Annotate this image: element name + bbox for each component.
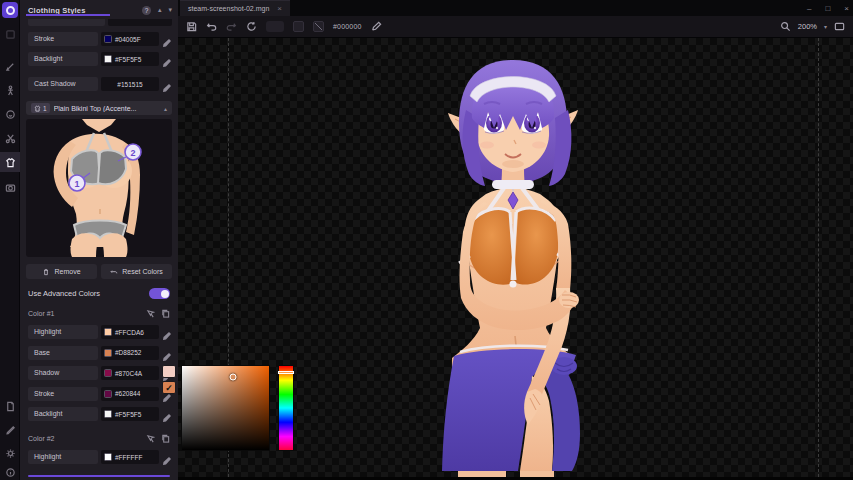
eyedropper-icon[interactable]: [162, 79, 172, 89]
zoom-level-value[interactable]: 200%: [798, 22, 817, 31]
trash-icon: [42, 268, 50, 276]
stroke-color-chip[interactable]: [313, 21, 324, 32]
canvas-toolbar: #000000 200% ▾: [178, 16, 853, 38]
color-well[interactable]: #04005F: [101, 32, 159, 46]
color-row-stroke: Stroke #04005F: [28, 32, 172, 46]
hex-value: #870C4A: [115, 370, 142, 377]
color-well[interactable]: #D88252: [101, 346, 159, 360]
color-well[interactable]: #FFCDA6: [101, 325, 159, 339]
app-logo[interactable]: [2, 2, 18, 18]
color-well[interactable]: #F5F5F5: [101, 52, 159, 66]
collapse-icon[interactable]: ▴: [164, 105, 167, 112]
color-well[interactable]: #620844: [101, 387, 159, 401]
color-row-highlight-1: Highlight #FFCDA6: [28, 325, 172, 339]
tab-filename: steam-screenshot-02.mgn: [188, 5, 269, 12]
color-well[interactable]: #870C4A: [101, 366, 159, 380]
artboard-guide-right: [818, 38, 819, 477]
eyedropper-icon[interactable]: [162, 327, 172, 337]
tab-close-icon[interactable]: ×: [277, 4, 282, 13]
eyedropper-icon[interactable]: [162, 348, 172, 358]
undo-icon[interactable]: [206, 21, 217, 32]
color-swatch[interactable]: [104, 390, 112, 398]
zoom-dropdown-caret[interactable]: ▾: [824, 23, 827, 30]
color-swatch[interactable]: [104, 410, 112, 418]
eyedropper-icon[interactable]: [162, 54, 172, 64]
file-icon[interactable]: [0, 396, 20, 416]
color-swatch[interactable]: [104, 35, 112, 43]
use-advanced-colors-label: Use Advanced Colors: [28, 289, 100, 298]
color-swatch[interactable]: [104, 349, 112, 357]
disabled-tool-button[interactable]: [266, 21, 284, 32]
hex-value: #04005F: [115, 36, 141, 43]
document-tab[interactable]: steam-screenshot-02.mgn ×: [180, 0, 290, 16]
help-icon[interactable]: ?: [142, 6, 151, 15]
fit-screen-icon[interactable]: [834, 21, 845, 32]
fill-color-chip[interactable]: [293, 21, 304, 32]
color-swatch[interactable]: [104, 369, 112, 377]
svg-text:2: 2: [130, 148, 135, 158]
toolbar-eyedropper-icon[interactable]: [371, 21, 382, 32]
window-close-button[interactable]: ×: [844, 4, 849, 13]
window-minimize-button[interactable]: –: [807, 4, 811, 13]
hex-value: #620844: [115, 390, 140, 397]
panel-menu-icon[interactable]: ▾: [168, 6, 172, 14]
eyedropper-icon[interactable]: [162, 34, 172, 44]
window-maximize-button[interactable]: □: [825, 4, 830, 13]
layers-icon[interactable]: [0, 24, 20, 44]
info-icon[interactable]: [0, 462, 20, 480]
check-icon: ✓: [165, 383, 173, 393]
color-well[interactable]: #FFFFFF: [101, 450, 159, 464]
brush-icon[interactable]: [0, 56, 20, 76]
panel-scrollbar[interactable]: [28, 475, 170, 477]
clothing-item-header[interactable]: 1 Plain Bikini Top (Accente... ▴: [26, 101, 172, 115]
zoom-magnifier-icon[interactable]: [780, 21, 791, 32]
background-hex-value[interactable]: #000000: [333, 23, 362, 30]
row-label: Backlight: [28, 52, 98, 66]
group-label: Color #1: [28, 310, 54, 317]
settings-gear-icon[interactable]: [0, 443, 20, 463]
save-icon[interactable]: [186, 21, 197, 32]
hue-slider[interactable]: [278, 365, 294, 451]
color-swatch[interactable]: [104, 55, 112, 63]
scrolled-row-fragment: [28, 19, 172, 26]
reset-colors-button[interactable]: Reset Colors: [101, 264, 172, 279]
reset-icon: [110, 268, 118, 276]
reset-label: Reset Colors: [122, 268, 162, 275]
color-swatch[interactable]: [104, 453, 112, 461]
group-label: Color #2: [28, 435, 54, 442]
link-colors-icon[interactable]: [146, 309, 155, 318]
redo-icon[interactable]: [226, 21, 237, 32]
clothing-preview-image: 1 2: [26, 119, 172, 257]
refresh-icon[interactable]: [246, 21, 257, 32]
advanced-colors-toggle[interactable]: [149, 288, 170, 299]
hue-cursor[interactable]: [278, 371, 294, 374]
item-title: Plain Bikini Top (Accente...: [54, 105, 160, 112]
row-label: Backlight: [28, 407, 98, 421]
row-label: Stroke: [28, 32, 98, 46]
collapse-all-icon[interactable]: ▴: [158, 6, 162, 14]
clothing-styles-panel: Clothing Styles ? ▴ ▾ Stroke #04005F Bac…: [20, 0, 178, 480]
color-row-stroke-1: Stroke #620844: [28, 387, 172, 401]
row-label: Base: [28, 346, 98, 360]
link-colors-icon[interactable]: [146, 434, 155, 443]
sv-cursor[interactable]: [230, 373, 237, 380]
remove-button[interactable]: Remove: [26, 264, 97, 279]
previous-color-swatch[interactable]: [162, 365, 176, 378]
color-row-base: Base #D88252: [28, 346, 172, 360]
color-picker-popup: ✓: [162, 362, 294, 454]
character-artwork: [428, 58, 618, 477]
camera-icon[interactable]: [0, 177, 20, 197]
clothing-icon[interactable]: [0, 152, 20, 172]
pose-icon[interactable]: [0, 80, 20, 100]
saturation-value-field[interactable]: [181, 365, 270, 451]
color-row-shadow: Shadow #870C4A: [28, 366, 172, 380]
face-icon[interactable]: [0, 104, 20, 124]
row-label: Cast Shadow: [28, 77, 98, 91]
color-well[interactable]: #F5F5F5: [101, 407, 159, 421]
pencil-icon[interactable]: [0, 419, 20, 439]
color-well[interactable]: #151515: [101, 77, 159, 91]
color-swatch[interactable]: [104, 328, 112, 336]
copy-icon[interactable]: [161, 309, 170, 318]
scissors-icon[interactable]: [0, 128, 20, 148]
current-color-swatch[interactable]: ✓: [162, 381, 176, 394]
